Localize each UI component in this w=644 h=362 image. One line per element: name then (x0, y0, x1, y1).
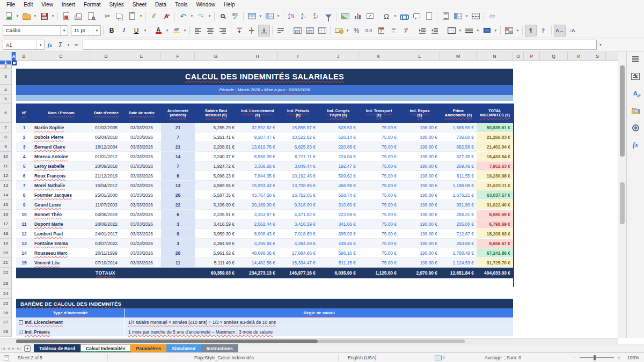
cell-licenciement[interactable]: 8,588.09 € (237, 152, 278, 161)
vertical-scrollbar[interactable] (618, 52, 626, 338)
paste-button[interactable] (126, 10, 138, 22)
insert-image-button[interactable] (339, 10, 351, 22)
cell-years[interactable]: 22 (161, 200, 195, 210)
equals-button[interactable]: = (71, 40, 82, 50)
chevron-down-icon[interactable]: ▼ (189, 14, 194, 18)
column-header-b[interactable]: B (16, 52, 32, 61)
cell-entry[interactable]: 20/09/2018 (90, 161, 122, 171)
text-vertical-button[interactable]: ↓A (566, 25, 578, 36)
function-wizard-button[interactable]: fx (45, 40, 55, 50)
cell-licenciement[interactable]: 15,993.43 € (237, 181, 278, 190)
cell-prime[interactable]: 611.55 € (440, 171, 477, 181)
chevron-down-icon[interactable]: ▼ (464, 14, 469, 18)
cell-total[interactable]: 63,037.57 € (477, 190, 513, 200)
column-header-d[interactable]: D (90, 52, 122, 61)
total-licenciement[interactable]: 234,273.13 € (237, 268, 278, 278)
row-header-4[interactable]: 4 (0, 85, 12, 95)
chevron-down-icon[interactable]: ▼ (36, 40, 44, 49)
column-header-q[interactable]: Q (540, 52, 568, 61)
table-column-header[interactable]: Prime Ancienneté (€) (440, 104, 477, 123)
clone-formatting-button[interactable]: ✐ (147, 9, 162, 24)
cell-name[interactable]: Fontaine Emma (32, 239, 90, 248)
cell-conges[interactable]: 395.93 € (318, 229, 358, 239)
cell-years[interactable]: 6 (161, 210, 195, 219)
menu-item-styles[interactable]: Styles (105, 1, 128, 8)
cell-salary[interactable]: 3,106.00 € (195, 200, 237, 210)
cell-conges[interactable]: 192.47 € (318, 161, 358, 171)
table-column-header[interactable]: Date de sortie (122, 104, 161, 123)
total-total[interactable]: 404,033.03 € (477, 268, 513, 278)
bold-button[interactable]: B (106, 25, 118, 36)
undo-button[interactable]: ↶ (177, 10, 189, 22)
column-header-c[interactable]: C (32, 52, 90, 61)
merge-center-button[interactable] (291, 25, 303, 36)
sort-button[interactable]: AZ⇅ (286, 10, 297, 22)
cell-conges[interactable]: 220.86 € (318, 142, 358, 152)
cell-transport[interactable]: 75.00 € (358, 142, 399, 152)
wrap-text-button[interactable] (275, 25, 287, 36)
bareme-column-header[interactable]: Type d'Indemnité (16, 308, 125, 317)
row-header-9[interactable]: 9 (0, 142, 12, 152)
cell-licenciement[interactable]: 2,562.44 € (237, 219, 278, 229)
cell-entry[interactable]: 03/07/2022 (90, 239, 122, 248)
cell-total[interactable]: 31,022.40 € (477, 200, 513, 210)
text-direction-rtl-button[interactable]: ¶ (537, 25, 549, 36)
language-label[interactable]: English (USA) (348, 353, 376, 362)
center-vertically-button[interactable] (246, 25, 258, 36)
cell-exit[interactable]: 03/03/2026 (122, 200, 161, 210)
chevron-down-icon[interactable]: ▼ (182, 29, 187, 32)
align-center-button[interactable] (204, 25, 216, 36)
cell-prime[interactable]: 736.60 € (440, 132, 477, 142)
chevron-down-icon[interactable]: ▼ (276, 14, 281, 18)
cell-entry[interactable]: 01/01/2012 (90, 152, 122, 161)
clear-formatting-button[interactable]: A (160, 10, 172, 22)
column-header-r[interactable]: R (568, 52, 589, 61)
cell-preavis[interactable]: 15,855.87 € (278, 123, 318, 132)
cell-name[interactable]: Dupont Marie (32, 219, 90, 229)
total-conges[interactable]: 6,035.90 € (318, 268, 358, 278)
sheet-tab-tableau-de-bord[interactable]: Tableau de Bord (34, 344, 80, 353)
cell-years[interactable]: 11 (161, 258, 195, 268)
text-horizontal-button[interactable]: A→ (554, 25, 566, 36)
cell-entry[interactable]: 25/01/2000 (90, 190, 122, 200)
special-character-button[interactable]: Ω (380, 10, 392, 22)
cell-conges[interactable]: 596.16 € (318, 248, 358, 258)
sheet-title-banner[interactable]: CALCUL DES INDEMNITÉS SALARIALES (16, 69, 513, 85)
horizontal-scrollbar-thumb[interactable] (16, 339, 318, 343)
unmerge-cells-button[interactable] (316, 25, 328, 36)
cell-exit[interactable]: 03/03/2026 (122, 123, 161, 132)
bareme-type-cell[interactable]: Ind. Préavis (16, 327, 125, 336)
cell-prime[interactable]: 1,788.49 € (440, 248, 477, 258)
cell-conges[interactable]: 558.74 € (318, 190, 358, 200)
cell-repas[interactable]: 198.00 € (399, 239, 440, 248)
cell-years[interactable]: 6 (161, 171, 195, 181)
align-top-button[interactable] (233, 25, 245, 36)
cell-name[interactable]: Moreau Antoine (32, 152, 90, 161)
cell-preavis[interactable]: 13,708.65 € (278, 181, 318, 190)
cell-entry[interactable]: 01/02/2005 (90, 123, 122, 132)
sum-button[interactable]: Σ (55, 40, 66, 50)
sheet-tab-instructions[interactable]: Instructions (201, 344, 238, 353)
cell-exit[interactable]: 03/03/2026 (122, 161, 161, 171)
bareme-section-title[interactable]: BARÈME DE CALCUL DES INDEMNITÉS (16, 299, 513, 308)
chevron-down-icon[interactable]: ▼ (66, 43, 71, 47)
menu-item-window[interactable]: Window (192, 1, 219, 8)
cell-n[interactable]: 7 (16, 181, 32, 190)
zoom-slider[interactable] (580, 353, 614, 362)
cell-prime[interactable]: 627.30 € (440, 152, 477, 161)
row-header-17[interactable]: 17 (0, 219, 12, 229)
row-header-24[interactable]: 24 (0, 289, 12, 299)
sidebar-styles-button[interactable]: A (630, 88, 641, 98)
cell-transport[interactable]: 75.00 € (358, 123, 399, 132)
cell-entry[interactable]: 05/04/2018 (90, 132, 122, 142)
total-repas[interactable]: 2,970.00 € (399, 268, 440, 278)
cell-licenciement[interactable]: 9,207.47 € (237, 132, 278, 142)
cell-licenciement[interactable]: 3,368.26 € (237, 161, 278, 171)
previous-sheet-button[interactable]: ◀ (6, 346, 11, 351)
row-header-6[interactable]: 6 (0, 104, 12, 123)
cell-salary[interactable]: 3,416.59 € (195, 219, 237, 229)
table-column-header[interactable]: Ind. Transport (€) (358, 104, 399, 123)
bareme-type-cell[interactable]: Ind. Licenciement (16, 317, 125, 327)
select-all-corner[interactable] (0, 52, 12, 61)
cell-preavis[interactable]: 10,192.46 € (278, 171, 318, 181)
